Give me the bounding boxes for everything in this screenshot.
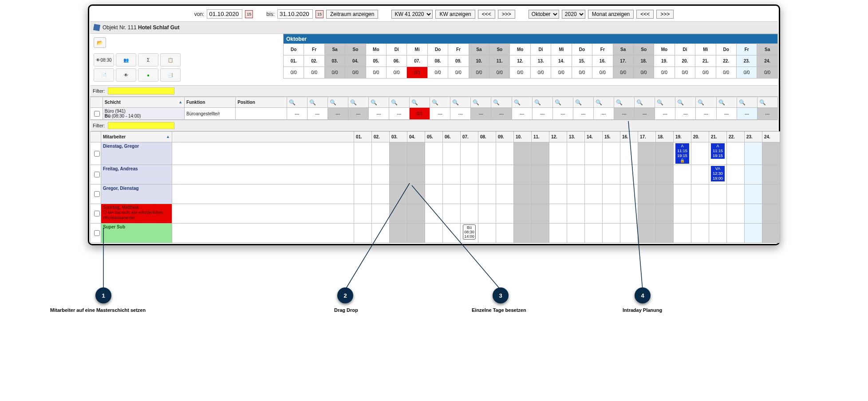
employee-day-cell[interactable] [674, 165, 691, 185]
day-magnify-icon[interactable]: 🔍 [491, 97, 512, 108]
employee-day-cell[interactable] [549, 142, 567, 165]
employee-day-cell[interactable] [691, 165, 709, 185]
day-magnify-icon[interactable]: 🔍 [593, 97, 614, 108]
shift-chip[interactable]: VA12:3019:00 [711, 166, 725, 181]
employee-day-cell[interactable] [496, 142, 514, 165]
employee-day-cell[interactable] [372, 224, 390, 243]
employee-day-cell[interactable] [745, 185, 762, 204]
day-magnify-icon[interactable]: 🔍 [389, 97, 410, 108]
shift-day-cell[interactable]: --- [573, 108, 593, 120]
employee-day-cell[interactable] [762, 142, 780, 165]
employee-day-cell[interactable] [567, 142, 585, 165]
employee-day-cell[interactable] [407, 204, 425, 224]
employee-day-cell[interactable] [354, 165, 372, 185]
tool-time-view[interactable]: 👁08:30 [94, 53, 114, 67]
employee-day-cell[interactable] [425, 224, 443, 243]
employee-day-cell[interactable] [443, 185, 461, 204]
shift-chip[interactable]: Bü08:3014:00 [463, 224, 476, 240]
employee-day-cell[interactable] [727, 142, 745, 165]
day-magnify-icon[interactable]: 🔍 [737, 97, 757, 108]
shift-day-cell[interactable]: --- [532, 108, 552, 120]
shift-day-cell[interactable]: --- [512, 108, 532, 120]
employee-day-cell[interactable] [691, 185, 709, 204]
employee-day-cell[interactable] [372, 204, 390, 224]
day-magnify-icon[interactable]: 🔍 [716, 97, 737, 108]
shift-day-cell[interactable]: --- [675, 108, 696, 120]
shift-day-cell[interactable]: --- [287, 108, 307, 120]
employee-day-cell[interactable] [656, 224, 674, 243]
employee-day-cell[interactable] [656, 165, 674, 185]
employee-day-cell[interactable] [443, 165, 461, 185]
employee-day-cell[interactable] [745, 224, 762, 243]
employee-name[interactable]: Freitag, Andreas [101, 165, 172, 185]
day-magnify-icon[interactable]: 🔍 [675, 97, 696, 108]
employee-day-cell[interactable] [709, 224, 727, 243]
shift-col-position[interactable]: Position [236, 97, 287, 108]
employee-day-cell[interactable] [390, 165, 407, 185]
employee-day-cell[interactable]: A11:1519:15 [709, 142, 727, 165]
employee-day-cell[interactable]: VA12:3019:00 [709, 165, 727, 185]
employee-day-cell[interactable]: Bü08:3014:00 [461, 224, 478, 243]
day-magnify-icon[interactable]: 🔍 [348, 97, 368, 108]
day-magnify-icon[interactable]: 🔍 [512, 97, 532, 108]
week-select[interactable]: KW 41 2020 [391, 10, 433, 19]
employee-day-cell[interactable] [638, 142, 656, 165]
employee-day-cell[interactable] [390, 185, 407, 204]
shift-day-cell[interactable]: --- [593, 108, 614, 120]
shift-day-cell[interactable]: --- [635, 108, 655, 120]
employee-day-cell[interactable] [603, 204, 620, 224]
employee-checkbox[interactable] [91, 185, 101, 204]
from-calendar-icon[interactable]: 15 [245, 10, 253, 18]
employee-day-cell[interactable] [549, 165, 567, 185]
employee-day-cell[interactable] [691, 204, 709, 224]
tool-status[interactable]: ● [138, 68, 158, 82]
shift-name[interactable]: Büro (941)Bü (08:30 - 14:00) [103, 108, 184, 120]
shift-day-cell[interactable]: --- [307, 108, 327, 120]
employee-day-cell[interactable] [425, 165, 443, 185]
employee-day-cell[interactable] [745, 165, 762, 185]
employee-day-cell[interactable] [407, 185, 425, 204]
day-magnify-icon[interactable]: 🔍 [573, 97, 593, 108]
employee-day-cell[interactable] [496, 224, 514, 243]
employee-day-cell[interactable] [496, 185, 514, 204]
employee-day-cell[interactable] [443, 142, 461, 165]
employee-day-cell[interactable] [532, 185, 549, 204]
employee-filter-input[interactable] [108, 122, 174, 129]
day-magnify-icon[interactable]: 🔍 [757, 97, 777, 108]
employee-day-cell[interactable] [727, 204, 745, 224]
employee-day-cell[interactable] [514, 185, 532, 204]
shift-day-cell[interactable]: --- [614, 108, 635, 120]
employee-day-cell[interactable] [461, 142, 478, 165]
employee-day-cell[interactable] [603, 165, 620, 185]
from-date-input[interactable] [207, 9, 242, 19]
shift-day-cell[interactable]: --- [552, 108, 573, 120]
day-magnify-icon[interactable]: 🔍 [410, 97, 430, 108]
employee-day-cell[interactable] [443, 224, 461, 243]
day-magnify-icon[interactable]: 🔍 [655, 97, 675, 108]
month-next-button[interactable]: >>> [656, 10, 674, 19]
employee-day-cell[interactable] [478, 224, 496, 243]
employee-day-cell[interactable] [585, 165, 603, 185]
employee-day-cell[interactable] [585, 142, 603, 165]
employee-day-cell[interactable] [496, 204, 514, 224]
employee-day-cell[interactable] [478, 165, 496, 185]
employee-day-cell[interactable] [478, 185, 496, 204]
employee-day-cell[interactable] [425, 142, 443, 165]
employee-day-cell[interactable] [620, 204, 638, 224]
employee-day-cell[interactable] [638, 165, 656, 185]
month-select[interactable]: Oktober [529, 10, 559, 19]
employee-checkbox[interactable] [91, 224, 101, 243]
shift-day-cell[interactable]: --- [491, 108, 512, 120]
employee-day-cell[interactable] [549, 185, 567, 204]
employee-day-cell[interactable] [443, 204, 461, 224]
employee-name[interactable]: Gregor, Dienstag [101, 185, 172, 204]
employee-day-cell[interactable] [709, 185, 727, 204]
shift-day-cell[interactable]: --- [348, 108, 368, 120]
employee-day-cell[interactable] [372, 165, 390, 185]
month-prev-button[interactable]: <<< [636, 10, 654, 19]
shift-day-cell[interactable]: 0/1 [410, 108, 430, 120]
emp-col-mitarbeiter[interactable]: Mitarbeiter [101, 132, 172, 142]
tool-doc[interactable]: 📄 [94, 68, 114, 82]
day-magnify-icon[interactable]: 🔍 [307, 97, 327, 108]
day-magnify-icon[interactable]: 🔍 [532, 97, 552, 108]
